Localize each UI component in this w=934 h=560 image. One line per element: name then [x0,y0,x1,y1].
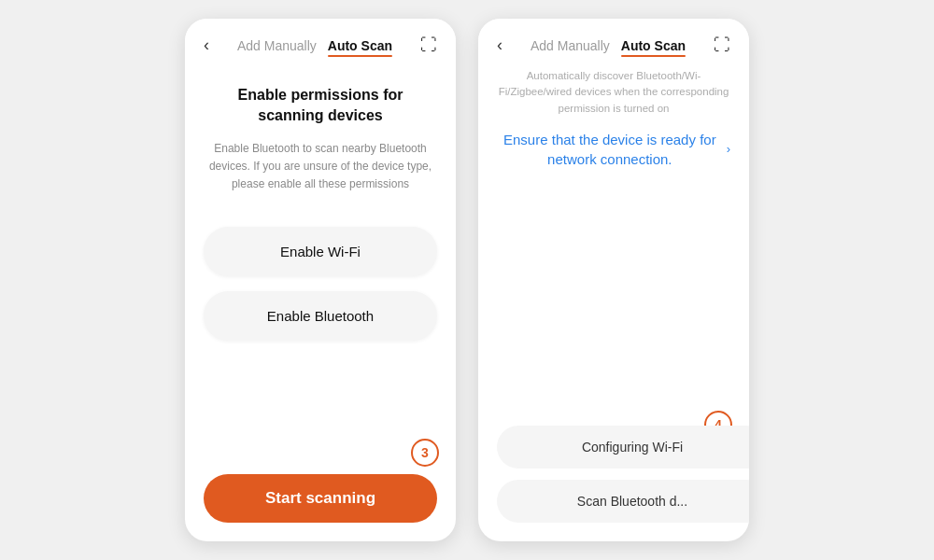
left-tab-add-manually[interactable]: Add Manually [237,38,317,53]
enable-wifi-button[interactable]: Enable Wi-Fi [204,227,437,276]
ensure-chevron-icon: › [727,141,730,158]
right-panel-content: Automatically discover Bluetooth/Wi-Fi/Z… [478,64,749,541]
left-panel-content: Enable permissions for scanning devices … [185,64,456,541]
left-section-title: Enable permissions for scanning devices [204,85,437,127]
left-section-desc: Enable Bluetooth to scan nearby Bluetoot… [204,140,437,194]
left-header: ‹ Add Manually Auto Scan ⛶ [185,19,456,64]
right-tab-add-manually[interactable]: Add Manually [531,38,610,53]
scan-bluetooth-button[interactable]: Scan Bluetooth d... [497,480,749,523]
right-tab-auto-scan[interactable]: Auto Scan [621,38,686,53]
left-step-badge: 3 [411,439,439,467]
right-back-icon[interactable]: ‹ [497,35,502,55]
left-phone-panel: ‹ Add Manually Auto Scan ⛶ Enable permis… [185,19,456,541]
enable-bluetooth-button[interactable]: Enable Bluetooth [204,291,437,341]
ensure-link-text: Ensure that the device is ready for netw… [497,130,723,169]
right-phone-panel: ‹ Add Manually Auto Scan ⛶ Automatically… [478,19,749,541]
left-scan-frame-icon[interactable]: ⛶ [420,35,437,55]
configuring-wifi-button[interactable]: Configuring Wi-Fi [497,426,749,469]
left-header-tabs: Add Manually Auto Scan [237,38,392,53]
left-tab-auto-scan[interactable]: Auto Scan [328,38,392,53]
start-scanning-button[interactable]: Start scanning [204,474,437,523]
right-scan-options: Configuring Wi-Fi Scan Bluetooth d... [497,426,749,523]
ensure-link[interactable]: Ensure that the device is ready for netw… [497,130,730,169]
left-back-icon[interactable]: ‹ [204,35,209,55]
right-header: ‹ Add Manually Auto Scan ⛶ [478,19,749,64]
right-info-text: Automatically discover Bluetooth/Wi-Fi/Z… [497,68,730,117]
right-header-tabs: Add Manually Auto Scan [531,38,686,53]
right-scan-frame-icon[interactable]: ⛶ [714,35,730,55]
left-option-buttons: Enable Wi-Fi Enable Bluetooth [204,227,437,341]
